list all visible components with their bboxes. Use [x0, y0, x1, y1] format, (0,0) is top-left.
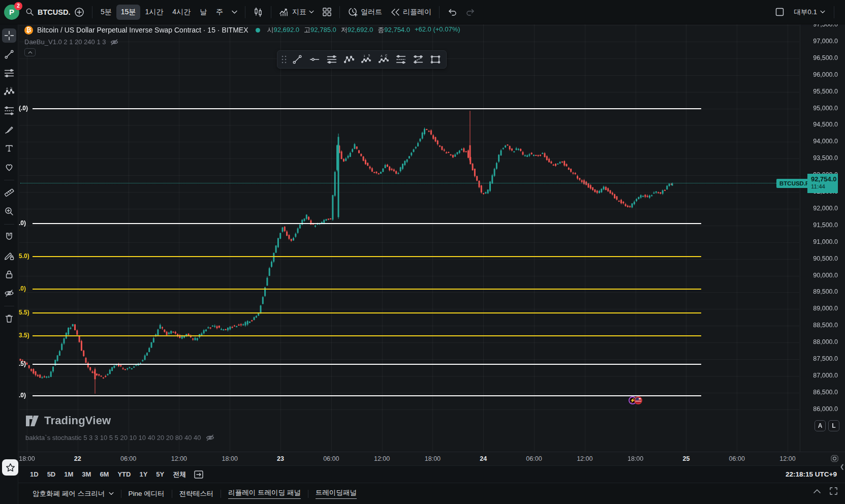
fib-channel-tool[interactable]: [411, 52, 426, 67]
timeframe-5분[interactable]: 5분: [96, 5, 116, 20]
crosshair-tool[interactable]: [2, 28, 16, 43]
eye-off-icon[interactable]: [206, 434, 214, 442]
trend-line-tool[interactable]: [290, 52, 305, 67]
watermark-text: TradingView: [44, 414, 111, 427]
range-3M[interactable]: 3M: [78, 468, 95, 480]
range-전체[interactable]: 전체: [169, 468, 190, 481]
legend-collapse-button[interactable]: [24, 48, 36, 56]
brush-tool[interactable]: [2, 122, 16, 137]
lock-all-drawings-tool[interactable]: [2, 267, 16, 281]
bottom-panel-tabs: 암호화폐 페어 스크리너Pine 에디터전략테스터리플레이 트레이딩 패널트레이…: [18, 483, 845, 504]
fib-retracement-tool[interactable]: [2, 104, 16, 118]
abc-pattern-tool[interactable]: AC: [2, 85, 16, 99]
drawing-mode-lock-tool[interactable]: [2, 248, 16, 263]
elliott-impulse-wave-tool[interactable]: 15: [359, 52, 374, 67]
range-YTD[interactable]: YTD: [114, 468, 134, 480]
ruler-tool[interactable]: [2, 185, 16, 200]
indicators-button[interactable]: 지표: [275, 4, 318, 20]
xabcd-pattern-tool[interactable]: [341, 52, 357, 67]
indicator-templates-button[interactable]: [318, 4, 336, 20]
level-line[interactable]: [33, 256, 701, 257]
fullscreen-icon[interactable]: [829, 487, 838, 495]
range-1M[interactable]: 1M: [60, 468, 77, 480]
tab-트레이딩패널[interactable]: 트레이딩패널: [308, 485, 364, 502]
range-6M[interactable]: 6M: [96, 468, 112, 480]
level-line[interactable]: [33, 289, 701, 290]
replay-button[interactable]: 리플레이: [386, 5, 435, 20]
favorite-drawings-toggle[interactable]: [2, 459, 18, 476]
time-tick-label: 18:00: [19, 455, 35, 462]
fib-channel-icon: [413, 54, 423, 65]
economic-event-flags[interactable]: ⚡: [629, 396, 642, 404]
zoom-in-tool[interactable]: [2, 204, 16, 218]
price-tick-label: 96,000.0: [813, 71, 838, 78]
redo-button[interactable]: [461, 5, 480, 19]
level-line[interactable]: [33, 223, 701, 224]
level-line[interactable]: [33, 312, 701, 313]
stochastic-indicator-row[interactable]: bakkta`s stochastic 5 3 3 10 5 5 20 10 1…: [25, 434, 214, 442]
fib-retracement-icon: [396, 54, 406, 65]
separator: [439, 6, 440, 18]
tab-전략테스터[interactable]: 전략테스터: [172, 486, 221, 501]
range-1Y[interactable]: 1Y: [136, 468, 151, 480]
drag-handle[interactable]: [280, 52, 288, 67]
eye-off-icon[interactable]: [110, 39, 118, 46]
range-5Y[interactable]: 5Y: [152, 468, 168, 480]
level-line[interactable]: [33, 364, 701, 365]
level-line[interactable]: [33, 335, 701, 336]
level-line[interactable]: [33, 108, 701, 109]
date-range-group: 1D5D1M3M6MYTD1Y5Y전체: [26, 468, 190, 481]
rectangle-tool[interactable]: [428, 52, 443, 67]
open-panel-chevron-icon[interactable]: [813, 489, 821, 494]
price-axis[interactable]: 97,500.097,000.096,500.096,000.095,500.0…: [800, 24, 845, 452]
timeframe-15분[interactable]: 15분: [116, 5, 141, 20]
chart-type-button[interactable]: [249, 4, 267, 20]
price-tick-label: 90,500.0: [813, 255, 838, 262]
parallel-channel-tool[interactable]: [2, 66, 16, 80]
timeframe-4시간[interactable]: 4시간: [168, 5, 195, 20]
chevron-down-icon[interactable]: [309, 10, 314, 14]
symbol-search-button[interactable]: BTCUSD.P: [25, 8, 70, 16]
timezone-settings-icon[interactable]: [830, 454, 839, 463]
horizontal-ray-tool[interactable]: [307, 52, 322, 67]
parallel-channel-tool[interactable]: [324, 52, 339, 67]
range-5D[interactable]: 5D: [44, 468, 59, 480]
timeframe-주[interactable]: 주: [211, 5, 228, 20]
timeframe-more-button[interactable]: [228, 7, 241, 17]
time-axis[interactable]: 18:002206:0012:0018:002306:0012:0018:002…: [18, 452, 845, 465]
go-to-date-button[interactable]: [194, 470, 204, 479]
tab-암호화폐 페어 스크리너[interactable]: 암호화폐 페어 스크리너: [25, 486, 121, 501]
layout-menu[interactable]: 대부0.1: [794, 8, 825, 17]
abc-correction-tool[interactable]: AC: [376, 52, 391, 67]
session-clock[interactable]: 22:18:15 UTC+9: [786, 470, 837, 478]
svg-text:1: 1: [364, 54, 365, 57]
log-scale-button[interactable]: L: [828, 420, 839, 431]
fib-retracement-tool[interactable]: [393, 52, 409, 67]
right-panel-handle[interactable]: ❮: [840, 463, 844, 470]
emoji-heart-tool[interactable]: [2, 160, 16, 174]
tab-Pine 에디터[interactable]: Pine 에디터: [121, 486, 172, 501]
auto-scale-button[interactable]: A: [815, 420, 826, 431]
hide-all-drawings-tool[interactable]: [2, 286, 16, 300]
undo-button[interactable]: [443, 5, 461, 19]
market-status-dot[interactable]: [256, 28, 260, 33]
user-menu[interactable]: P 2: [4, 5, 19, 20]
us-flag-icon: [634, 396, 642, 404]
trend-line-tool[interactable]: [2, 47, 16, 61]
level-line[interactable]: [33, 395, 701, 396]
timeframe-날[interactable]: 날: [195, 5, 211, 20]
save-layout-indicator[interactable]: [771, 4, 789, 20]
magnet-tool[interactable]: [2, 230, 16, 244]
text-tool[interactable]: [2, 141, 16, 155]
crosshair-icon: [4, 30, 14, 41]
symbol-legend-row[interactable]: ₿ Bitcoin / US Dollar Perpetual Inverse …: [24, 25, 460, 35]
remove-all-drawings-tool[interactable]: [2, 311, 16, 326]
fib-retracement-icon: [4, 106, 14, 116]
symbol-title: Bitcoin / US Dollar Perpetual Inverse Sw…: [37, 26, 248, 34]
timeframe-1시간[interactable]: 1시간: [140, 5, 168, 20]
indicator-legend-row[interactable]: DaeBu_V1.0 2 1 20 240 1 3: [24, 38, 460, 46]
compare-add-symbol-button[interactable]: [70, 4, 88, 20]
alert-button[interactable]: 얼러트: [343, 4, 386, 20]
range-1D[interactable]: 1D: [26, 468, 42, 480]
tab-리플레이 트레이딩 패널[interactable]: 리플레이 트레이딩 패널: [221, 485, 308, 502]
